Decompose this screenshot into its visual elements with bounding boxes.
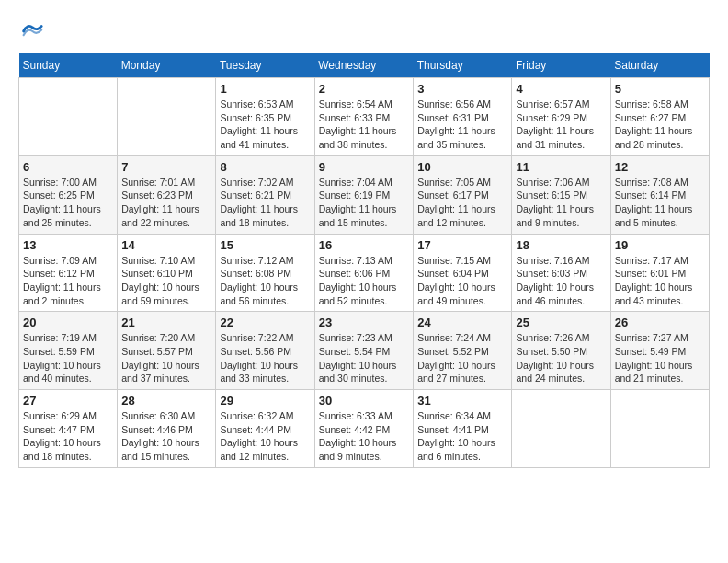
calendar-cell: 14Sunrise: 7:10 AM Sunset: 6:10 PM Dayli…	[118, 234, 216, 312]
calendar-cell: 12Sunrise: 7:08 AM Sunset: 6:14 PM Dayli…	[610, 155, 709, 234]
weekday-header: Monday	[118, 53, 216, 78]
day-number: 25	[516, 316, 606, 329]
day-info: Sunrise: 6:56 AM Sunset: 6:31 PM Dayligh…	[417, 98, 507, 152]
calendar-cell: 10Sunrise: 7:05 AM Sunset: 6:17 PM Dayli…	[414, 155, 512, 234]
calendar-cell: 31Sunrise: 6:34 AM Sunset: 4:41 PM Dayli…	[414, 390, 512, 468]
day-info: Sunrise: 6:53 AM Sunset: 6:35 PM Dayligh…	[220, 98, 310, 152]
day-number: 20	[23, 316, 113, 329]
calendar-cell: 5Sunrise: 6:58 AM Sunset: 6:27 PM Daylig…	[610, 78, 709, 156]
day-info: Sunrise: 6:32 AM Sunset: 4:44 PM Dayligh…	[220, 409, 310, 464]
calendar-cell: 8Sunrise: 7:02 AM Sunset: 6:21 PM Daylig…	[216, 155, 314, 234]
calendar-table: SundayMondayTuesdayWednesdayThursdayFrid…	[18, 53, 710, 468]
day-info: Sunrise: 6:30 AM Sunset: 4:46 PM Dayligh…	[121, 409, 211, 464]
day-number: 31	[417, 394, 507, 408]
day-info: Sunrise: 7:01 AM Sunset: 6:23 PM Dayligh…	[121, 176, 211, 230]
calendar-cell: 6Sunrise: 7:00 AM Sunset: 6:25 PM Daylig…	[19, 155, 118, 234]
day-info: Sunrise: 7:02 AM Sunset: 6:21 PM Dayligh…	[220, 176, 310, 230]
calendar-header-row: SundayMondayTuesdayWednesdayThursdayFrid…	[19, 53, 710, 78]
calendar-cell: 26Sunrise: 7:27 AM Sunset: 5:49 PM Dayli…	[610, 312, 709, 390]
day-number: 16	[319, 238, 409, 252]
calendar-week-row: 20Sunrise: 7:19 AM Sunset: 5:59 PM Dayli…	[19, 312, 710, 390]
day-number: 18	[516, 238, 606, 252]
weekday-header: Tuesday	[216, 53, 314, 78]
day-number: 13	[23, 238, 113, 252]
logo-icon	[18, 18, 44, 44]
day-number: 5	[615, 82, 705, 96]
calendar-cell: 28Sunrise: 6:30 AM Sunset: 4:46 PM Dayli…	[118, 390, 216, 468]
day-number: 26	[615, 316, 705, 329]
day-info: Sunrise: 6:58 AM Sunset: 6:27 PM Dayligh…	[615, 98, 705, 152]
calendar-week-row: 1Sunrise: 6:53 AM Sunset: 6:35 PM Daylig…	[19, 78, 710, 156]
day-info: Sunrise: 7:00 AM Sunset: 6:25 PM Dayligh…	[23, 176, 113, 230]
calendar-week-row: 13Sunrise: 7:09 AM Sunset: 6:12 PM Dayli…	[19, 234, 710, 312]
day-info: Sunrise: 7:12 AM Sunset: 6:08 PM Dayligh…	[220, 254, 310, 308]
calendar-cell: 25Sunrise: 7:26 AM Sunset: 5:50 PM Dayli…	[512, 312, 610, 390]
day-number: 14	[121, 238, 211, 252]
weekday-header: Wednesday	[314, 53, 413, 78]
day-info: Sunrise: 7:09 AM Sunset: 6:12 PM Dayligh…	[23, 254, 113, 308]
day-number: 6	[23, 160, 113, 174]
weekday-header: Sunday	[19, 53, 118, 78]
day-number: 1	[220, 82, 310, 96]
weekday-header: Friday	[512, 53, 610, 78]
day-info: Sunrise: 7:26 AM Sunset: 5:50 PM Dayligh…	[516, 331, 606, 385]
calendar-cell: 4Sunrise: 6:57 AM Sunset: 6:29 PM Daylig…	[512, 78, 610, 156]
day-info: Sunrise: 7:17 AM Sunset: 6:01 PM Dayligh…	[615, 254, 705, 308]
calendar-cell: 16Sunrise: 7:13 AM Sunset: 6:06 PM Dayli…	[314, 234, 413, 312]
day-info: Sunrise: 7:15 AM Sunset: 6:04 PM Dayligh…	[417, 254, 507, 308]
day-number: 9	[319, 160, 409, 174]
day-info: Sunrise: 7:20 AM Sunset: 5:57 PM Dayligh…	[121, 331, 211, 385]
day-info: Sunrise: 6:57 AM Sunset: 6:29 PM Dayligh…	[516, 98, 606, 152]
day-number: 22	[220, 316, 310, 329]
calendar-week-row: 6Sunrise: 7:00 AM Sunset: 6:25 PM Daylig…	[19, 155, 710, 234]
day-info: Sunrise: 6:33 AM Sunset: 4:42 PM Dayligh…	[319, 409, 409, 464]
day-number: 28	[121, 394, 211, 408]
day-info: Sunrise: 7:10 AM Sunset: 6:10 PM Dayligh…	[121, 254, 211, 308]
calendar-cell: 17Sunrise: 7:15 AM Sunset: 6:04 PM Dayli…	[414, 234, 512, 312]
day-info: Sunrise: 7:04 AM Sunset: 6:19 PM Dayligh…	[319, 176, 409, 230]
calendar-cell	[118, 78, 216, 156]
day-number: 30	[319, 394, 409, 408]
weekday-header: Thursday	[414, 53, 512, 78]
day-number: 23	[319, 316, 409, 329]
day-number: 12	[615, 160, 705, 174]
calendar-cell: 19Sunrise: 7:17 AM Sunset: 6:01 PM Dayli…	[610, 234, 709, 312]
day-number: 15	[220, 238, 310, 252]
calendar-cell: 22Sunrise: 7:22 AM Sunset: 5:56 PM Dayli…	[216, 312, 314, 390]
day-number: 10	[417, 160, 507, 174]
day-info: Sunrise: 7:23 AM Sunset: 5:54 PM Dayligh…	[319, 331, 409, 385]
calendar-cell	[610, 390, 709, 468]
day-info: Sunrise: 6:34 AM Sunset: 4:41 PM Dayligh…	[417, 409, 507, 464]
page-header	[18, 18, 710, 44]
day-info: Sunrise: 7:13 AM Sunset: 6:06 PM Dayligh…	[319, 254, 409, 308]
day-info: Sunrise: 7:05 AM Sunset: 6:17 PM Dayligh…	[417, 176, 507, 230]
day-info: Sunrise: 7:19 AM Sunset: 5:59 PM Dayligh…	[23, 331, 113, 385]
day-number: 19	[615, 238, 705, 252]
weekday-header: Saturday	[610, 53, 709, 78]
calendar-cell: 24Sunrise: 7:24 AM Sunset: 5:52 PM Dayli…	[414, 312, 512, 390]
calendar-cell: 7Sunrise: 7:01 AM Sunset: 6:23 PM Daylig…	[118, 155, 216, 234]
day-number: 27	[23, 394, 113, 408]
calendar-week-row: 27Sunrise: 6:29 AM Sunset: 4:47 PM Dayli…	[19, 390, 710, 468]
calendar-cell: 3Sunrise: 6:56 AM Sunset: 6:31 PM Daylig…	[414, 78, 512, 156]
day-number: 7	[121, 160, 211, 174]
calendar-cell: 13Sunrise: 7:09 AM Sunset: 6:12 PM Dayli…	[19, 234, 118, 312]
calendar-cell: 20Sunrise: 7:19 AM Sunset: 5:59 PM Dayli…	[19, 312, 118, 390]
day-info: Sunrise: 7:27 AM Sunset: 5:49 PM Dayligh…	[615, 331, 705, 385]
day-info: Sunrise: 6:54 AM Sunset: 6:33 PM Dayligh…	[319, 98, 409, 152]
day-info: Sunrise: 6:29 AM Sunset: 4:47 PM Dayligh…	[23, 409, 113, 464]
calendar-cell: 2Sunrise: 6:54 AM Sunset: 6:33 PM Daylig…	[314, 78, 413, 156]
calendar-cell: 1Sunrise: 6:53 AM Sunset: 6:35 PM Daylig…	[216, 78, 314, 156]
day-number: 17	[417, 238, 507, 252]
calendar-cell: 29Sunrise: 6:32 AM Sunset: 4:44 PM Dayli…	[216, 390, 314, 468]
calendar-cell: 11Sunrise: 7:06 AM Sunset: 6:15 PM Dayli…	[512, 155, 610, 234]
calendar-cell: 30Sunrise: 6:33 AM Sunset: 4:42 PM Dayli…	[314, 390, 413, 468]
day-info: Sunrise: 7:22 AM Sunset: 5:56 PM Dayligh…	[220, 331, 310, 385]
calendar-cell: 9Sunrise: 7:04 AM Sunset: 6:19 PM Daylig…	[314, 155, 413, 234]
calendar-cell	[512, 390, 610, 468]
calendar-cell: 27Sunrise: 6:29 AM Sunset: 4:47 PM Dayli…	[19, 390, 118, 468]
day-number: 11	[516, 160, 606, 174]
day-number: 2	[319, 82, 409, 96]
calendar-cell: 21Sunrise: 7:20 AM Sunset: 5:57 PM Dayli…	[118, 312, 216, 390]
logo	[18, 18, 48, 44]
